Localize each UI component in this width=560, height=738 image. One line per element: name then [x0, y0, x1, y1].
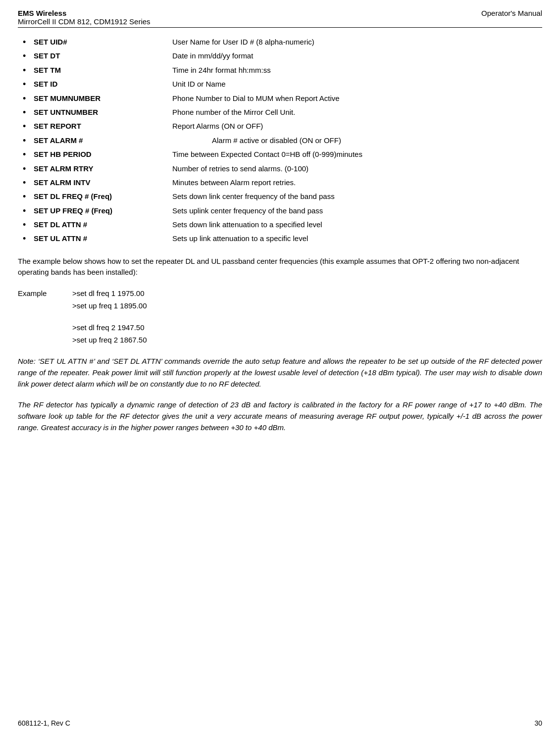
- example-line: >set dl freq 1 1975.00: [72, 287, 147, 300]
- bullet-item: •SET DL ATTN #Sets down link attenuation…: [23, 219, 542, 231]
- bullet-dot-icon: •: [23, 37, 32, 48]
- example-lines-1: >set dl freq 1 1975.00>set up freq 1 189…: [72, 287, 147, 312]
- example-label-blank: [18, 321, 72, 346]
- bullet-dot-icon: •: [23, 219, 32, 231]
- bullet-command: SET TM: [34, 65, 172, 76]
- bullet-description: Sets up link attenuation to a specific l…: [172, 233, 542, 244]
- bullet-command: SET UID#: [34, 37, 172, 48]
- part-number: 608112-1, Rev C: [18, 719, 70, 727]
- bullet-command: SET DT: [34, 50, 172, 61]
- bullet-description: User Name for User ID # (8 alpha-numeric…: [172, 37, 542, 48]
- bullet-description: Alarm # active or disabled (ON or OFF): [172, 135, 542, 146]
- bullet-dot-icon: •: [23, 233, 32, 245]
- header-left: EMS Wireless MirrorCell II CDM 812, CDM1…: [18, 9, 151, 26]
- bullet-dot-icon: •: [23, 121, 32, 132]
- bullet-dot-icon: •: [23, 163, 32, 175]
- bullet-description: Number of retries to send alarms. (0-100…: [172, 163, 542, 174]
- bullet-description: Minutes between Alarm report retries.: [172, 177, 542, 188]
- example-line: >set up freq 2 1867.50: [72, 334, 147, 346]
- example-row-2: >set dl freq 2 1947.50>set up freq 2 186…: [18, 321, 542, 346]
- bullet-dot-icon: •: [23, 177, 32, 189]
- note-paragraph: Note: ‘SET UL ATTN #’ and ‘SET DL ATTN’ …: [18, 355, 542, 390]
- bullet-item: •SET UNTNUMBERPhone number of the Mirror…: [23, 107, 542, 118]
- bullet-description: Sets down link center frequency of the b…: [172, 191, 542, 202]
- bullet-command: SET REPORT: [34, 121, 172, 132]
- bullet-command: SET ALRM INTV: [34, 177, 172, 188]
- bullet-command: SET DL FREQ # (Freq): [34, 191, 172, 202]
- bullet-command: SET UP FREQ # (Freq): [34, 205, 172, 216]
- note-text: ‘SET UL ATTN #’ and ‘SET DL ATTN’ comman…: [18, 357, 542, 389]
- bullet-description: Phone Number to Dial to MUM when Report …: [172, 93, 542, 104]
- product-name: MirrorCell II CDM 812, CDM1912 Series: [18, 17, 151, 26]
- company-name: EMS Wireless: [18, 9, 151, 17]
- manual-title: Operator's Manual: [481, 9, 542, 17]
- bullet-dot-icon: •: [23, 107, 32, 118]
- bullet-description: Report Alarms (ON or OFF): [172, 121, 542, 132]
- bullet-item: •SET TMTime in 24hr format hh:mm:ss: [23, 65, 542, 76]
- example-lines-2: >set dl freq 2 1947.50>set up freq 2 186…: [72, 321, 147, 346]
- bullet-description: Sets down link attenuation to a specifie…: [172, 219, 542, 230]
- bullet-command: SET UL ATTN #: [34, 233, 172, 244]
- example-block: Example >set dl freq 1 1975.00>set up fr…: [18, 287, 542, 346]
- bullet-item: •SET ALARM #Alarm # active or disabled (…: [23, 135, 542, 147]
- bullet-description: Time in 24hr format hh:mm:ss: [172, 65, 542, 76]
- bullet-item: •SET ALRM RTRYNumber of retries to send …: [23, 163, 542, 175]
- bullet-item: •SET REPORTReport Alarms (ON or OFF): [23, 121, 542, 132]
- bullet-item: •SET MUMNUMBERPhone Number to Dial to MU…: [23, 93, 542, 104]
- bullet-command: SET ALARM #: [34, 135, 172, 146]
- bullet-item: •SET UL ATTN #Sets up link attenuation t…: [23, 233, 542, 245]
- bullet-dot-icon: •: [23, 205, 32, 217]
- bullet-command: SET ALRM RTRY: [34, 163, 172, 174]
- bullet-description: Unit ID or Name: [172, 79, 542, 90]
- bullet-dot-icon: •: [23, 79, 32, 90]
- bullet-dot-icon: •: [23, 93, 32, 104]
- command-list: •SET UID#User Name for User ID # (8 alph…: [23, 37, 542, 245]
- bullet-dot-icon: •: [23, 65, 32, 76]
- bullet-command: SET UNTNUMBER: [34, 107, 172, 118]
- bullet-description: Time between Expected Contact 0=HB off (…: [172, 149, 542, 160]
- bullet-item: •SET UID#User Name for User ID # (8 alph…: [23, 37, 542, 48]
- bullet-dot-icon: •: [23, 135, 32, 147]
- bullet-item: •SET IDUnit ID or Name: [23, 79, 542, 90]
- rf-paragraph: The RF detector has typically a dynamic …: [18, 399, 542, 434]
- bullet-command: SET ID: [34, 79, 172, 90]
- bullet-description: Phone number of the Mirror Cell Unit.: [172, 107, 542, 118]
- page-footer: 608112-1, Rev C 30: [18, 719, 542, 727]
- bullet-dot-icon: •: [23, 149, 32, 160]
- note-label: Note:: [18, 357, 36, 365]
- bullet-item: •SET UP FREQ # (Freq)Sets uplink center …: [23, 205, 542, 217]
- example-line: >set up freq 1 1895.00: [72, 299, 147, 312]
- bullet-description: Sets uplink center frequency of the band…: [172, 205, 542, 216]
- example-row-1: Example >set dl freq 1 1975.00>set up fr…: [18, 287, 542, 312]
- bullet-dot-icon: •: [23, 50, 32, 62]
- page-container: EMS Wireless MirrorCell II CDM 812, CDM1…: [0, 0, 560, 738]
- page-number: 30: [534, 719, 542, 727]
- example-label: Example: [18, 287, 72, 312]
- bullet-item: •SET ALRM INTVMinutes between Alarm repo…: [23, 177, 542, 189]
- bullet-item: •SET HB PERIODTime between Expected Cont…: [23, 149, 542, 160]
- page-header: EMS Wireless MirrorCell II CDM 812, CDM1…: [18, 9, 542, 28]
- intro-paragraph: The example below shows how to set the r…: [18, 256, 542, 278]
- bullet-item: •SET DTDate in mm/dd/yy format: [23, 50, 542, 62]
- bullet-item: •SET DL FREQ # (Freq)Sets down link cent…: [23, 191, 542, 202]
- bullet-command: SET HB PERIOD: [34, 149, 172, 160]
- bullet-dot-icon: •: [23, 191, 32, 202]
- bullet-command: SET DL ATTN #: [34, 219, 172, 230]
- bullet-command: SET MUMNUMBER: [34, 93, 172, 104]
- example-line: >set dl freq 2 1947.50: [72, 321, 147, 334]
- bullet-description: Date in mm/dd/yy format: [172, 50, 542, 61]
